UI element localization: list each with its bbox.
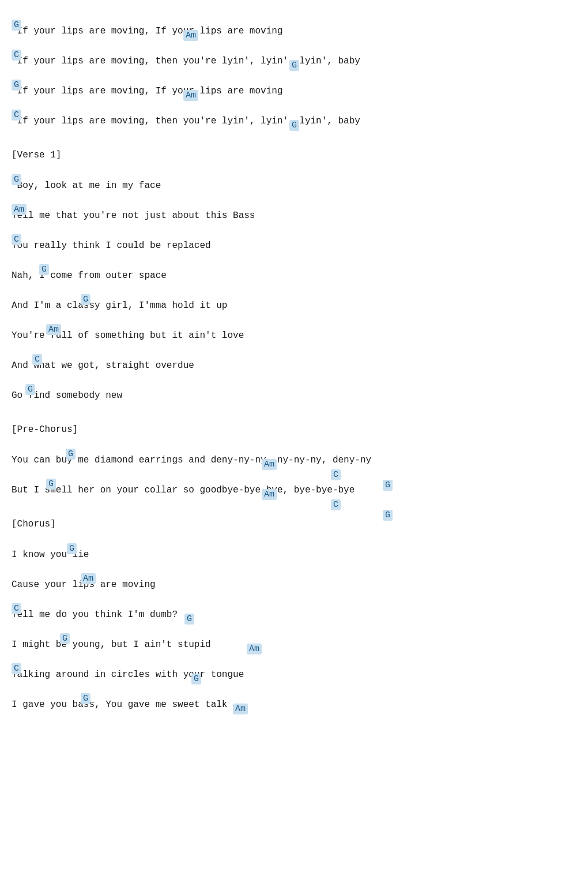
chord-G[interactable]: G [81,294,91,305]
line-group: G Nah, I come from outer space [12,254,576,283]
chord-G[interactable]: G [12,20,21,31]
section-label-prechorus: [Pre-Chorus] [12,424,576,435]
chord-line: C G [12,593,576,608]
chord-Am[interactable]: Am [12,204,27,215]
line-group: C G If your lips are moving, then you're… [12,99,576,128]
chord-G[interactable]: G [60,633,70,644]
chord-line: G Am [12,683,576,698]
spacer [12,498,576,509]
chord-Am[interactable]: Am [46,324,61,335]
chord-line: G [12,284,576,299]
chord-line: Am [12,314,576,329]
lyric-line: I might be young, but I ain't stupid [12,638,576,652]
line-group: G Am C G But I smell her on your collar … [12,468,576,497]
line-group: C G Talking around in circles with your … [12,653,576,682]
line-group: G Am If your lips are moving, If your li… [12,69,576,98]
lyric-line: Nah, I come from outer space [12,269,576,283]
chord-line: G Am [12,623,576,638]
chord-line: C G [12,99,576,114]
line-group: G Am C G You can buy me diamond earrings… [12,438,576,467]
chord-G[interactable]: G [12,80,21,91]
chord-G[interactable]: G [12,174,21,185]
chord-line: G [12,254,576,269]
verse1-section: [Verse 1] G Boy, look at me in my face A… [12,150,576,402]
lyric-line: You really think I could be replaced [12,239,576,253]
chord-G[interactable]: G [25,384,35,395]
chord-G[interactable]: G [67,543,77,554]
chord-line: G [12,533,576,548]
line-group: G Go find somebody new [12,374,576,402]
line-group: G Am If your lips are moving, If your li… [12,9,576,38]
lyric-line: If your lips are moving, If your lips ar… [12,24,576,38]
lyric-line: And I'm a classy girl, I'mma hold it up [12,299,576,313]
spacer [12,404,576,414]
chord-G[interactable]: G [383,510,393,521]
chord-line: G [12,374,576,389]
chord-G[interactable]: G [66,449,76,460]
chord-line: C G [12,39,576,54]
lyric-line: Go find somebody new [12,389,576,402]
chord-line: Am [12,563,576,578]
chord-C[interactable]: C [12,110,21,121]
line-group: Am Cause your lips are moving [12,563,576,592]
section-label-verse1: [Verse 1] [12,150,576,160]
section-label-chorus: [Chorus] [12,519,576,529]
lyric-line: I gave you bass, You gave me sweet talk [12,698,576,712]
lyric-line: I know you lie [12,548,576,562]
chord-Am[interactable]: Am [81,573,96,584]
chord-C[interactable]: C [32,354,42,365]
lyric-line: Talking around in circles with your tong… [12,668,576,682]
chord-G[interactable]: G [289,120,299,131]
line-group: G Am I might be young, but I ain't stupi… [12,623,576,652]
line-group: G I know you lie [12,533,576,562]
chorus-section: [Chorus] G I know you lie Am Cause your … [12,519,576,712]
chord-line: G Am C G [12,468,576,483]
lyric-line: Cause your lips are moving [12,578,576,592]
line-group: C G Tell me do you think I'm dumb? [12,593,576,622]
chord-line: G Am C G [12,438,576,453]
lyric-line: If your lips are moving, If your lips ar… [12,84,576,98]
chord-Am[interactable]: Am [233,704,248,714]
line-group: C You really think I could be replaced [12,224,576,253]
lyric-line: Tell me do you think I'm dumb? [12,608,576,622]
line-group: C G If your lips are moving, then you're… [12,39,576,68]
chord-G[interactable]: G [39,264,49,275]
line-group: G Am I gave you bass, You gave me sweet … [12,683,576,712]
chord-C[interactable]: C [12,663,21,674]
chord-Am[interactable]: Am [262,489,277,500]
lyric-line: But I smell her on your collar so goodby… [12,483,576,497]
chord-line: G Am [12,9,576,24]
line-group: G And I'm a classy girl, I'mma hold it u… [12,284,576,313]
song-container: G Am If your lips are moving, If your li… [12,9,576,712]
chord-line: G Am [12,69,576,84]
chord-line: C [12,224,576,239]
chord-line: C G [12,653,576,668]
chord-G[interactable]: G [46,479,56,490]
chord-line: Am [12,194,576,209]
chord-G[interactable]: G [81,693,91,704]
lyric-line: And what we got, straight overdue [12,359,576,373]
line-group: G Boy, look at me in my face [12,164,576,193]
line-group: C And what we got, straight overdue [12,344,576,373]
chord-C[interactable]: C [12,50,21,61]
lyric-line: Boy, look at me in my face [12,179,576,193]
chord-line: C [12,344,576,359]
chord-C[interactable]: C [12,234,21,245]
intro-section: G Am If your lips are moving, If your li… [12,9,576,128]
lyric-line: You can buy me diamond earrings and deny… [12,453,576,467]
prechorus-section: [Pre-Chorus] G Am C G You can buy me dia… [12,424,576,497]
line-group: Am Tell me that you're not just about th… [12,194,576,223]
chord-line: G [12,164,576,179]
lyric-line: Tell me that you're not just about this … [12,209,576,223]
lyric-line: You're full of something but it ain't lo… [12,329,576,343]
chord-C[interactable]: C [12,603,21,614]
chord-C[interactable]: C [331,499,341,510]
line-group: Am You're full of something but it ain't… [12,314,576,343]
